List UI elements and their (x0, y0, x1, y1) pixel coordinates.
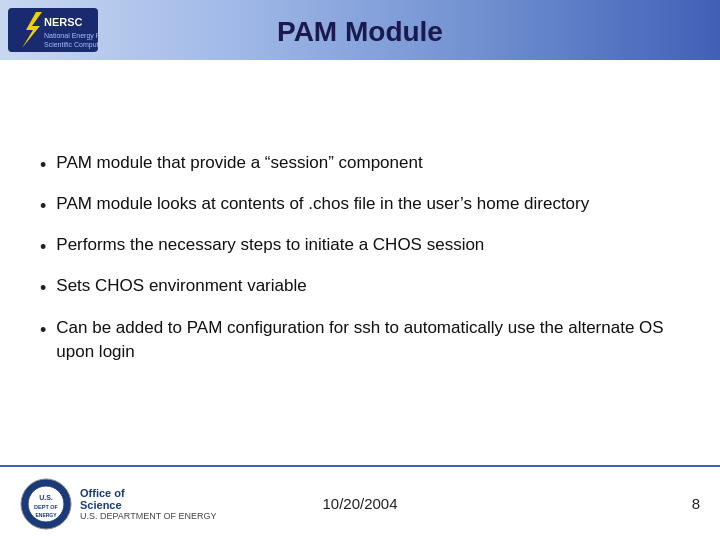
bullet-text: Performs the necessary steps to initiate… (56, 233, 484, 258)
office-of-science-text: Office of Science U.S. DEPARTMENT OF ENE… (80, 487, 217, 521)
bullet-dot: • (40, 152, 46, 178)
bullet-dot: • (40, 193, 46, 219)
office-line1: Office of (80, 487, 217, 499)
svg-text:DEPT OF: DEPT OF (34, 504, 58, 510)
doe-logo: U.S. DEPT OF ENERGY (20, 478, 72, 530)
content-area: • PAM module that provide a “session” co… (40, 70, 680, 460)
footer: U.S. DEPT OF ENERGY Office of Science U.… (0, 465, 720, 540)
svg-text:U.S.: U.S. (39, 494, 53, 501)
bullet-text: PAM module looks at contents of .chos fi… (56, 192, 589, 217)
doe-dept: U.S. DEPARTMENT OF ENERGY (80, 511, 217, 521)
list-item: • PAM module that provide a “session” co… (40, 151, 680, 178)
footer-logo: U.S. DEPT OF ENERGY Office of Science U.… (20, 478, 217, 530)
footer-page: 8 (692, 495, 700, 512)
bullet-text: Can be added to PAM configuration for ss… (56, 316, 680, 365)
bullet-dot: • (40, 275, 46, 301)
bullet-text: PAM module that provide a “session” comp… (56, 151, 422, 176)
footer-date: 10/20/2004 (322, 495, 397, 512)
svg-text:ENERGY: ENERGY (35, 512, 57, 518)
list-item: • Sets CHOS environment variable (40, 274, 680, 301)
list-item: • PAM module looks at contents of .chos … (40, 192, 680, 219)
slide-title: PAM Module (0, 10, 720, 54)
list-item: • Can be added to PAM configuration for … (40, 316, 680, 365)
office-line2: Science (80, 499, 217, 511)
bullet-text: Sets CHOS environment variable (56, 274, 306, 299)
list-item: • Performs the necessary steps to initia… (40, 233, 680, 260)
bullet-dot: • (40, 234, 46, 260)
bullet-dot: • (40, 317, 46, 343)
bullet-list: • PAM module that provide a “session” co… (40, 151, 680, 379)
